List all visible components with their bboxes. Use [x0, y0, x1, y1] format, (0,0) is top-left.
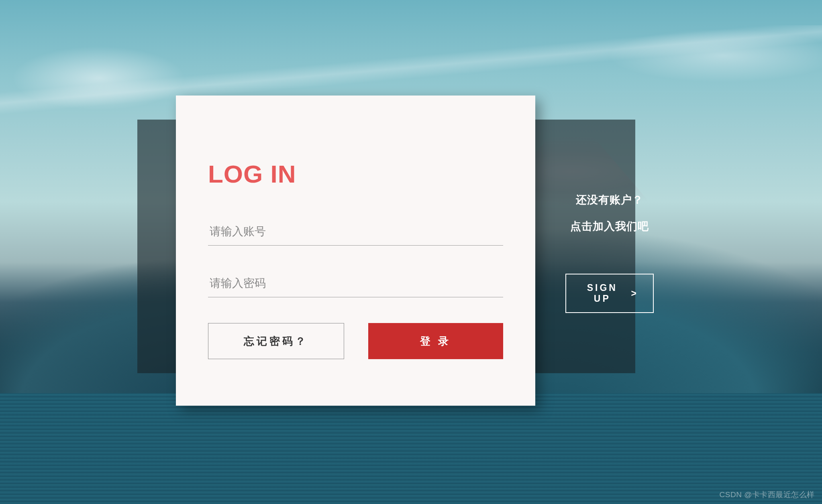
chevron-right-icon: >	[631, 288, 638, 299]
signup-section: 还没有账户？ 点击加入我们吧 SIGN UP >	[565, 193, 654, 313]
watermark-text: CSDN @卡卡西最近怎么样	[720, 490, 815, 500]
username-input[interactable]	[208, 219, 503, 246]
password-input[interactable]	[208, 271, 503, 297]
login-button[interactable]: 登 录	[368, 323, 504, 359]
button-row: 忘记密码？ 登 录	[208, 323, 503, 359]
login-card: LOG IN 忘记密码？ 登 录	[176, 96, 535, 406]
signup-prompt-line1: 还没有账户？	[565, 193, 654, 207]
login-title: LOG IN	[208, 160, 503, 188]
username-field-wrap	[208, 219, 503, 246]
water-shape	[0, 393, 822, 504]
signup-button[interactable]: SIGN UP >	[565, 274, 654, 313]
signup-button-label: SIGN UP	[581, 282, 624, 304]
forgot-password-button[interactable]: 忘记密码？	[208, 323, 344, 359]
password-field-wrap	[208, 271, 503, 297]
signup-prompt-line2: 点击加入我们吧	[565, 219, 654, 234]
